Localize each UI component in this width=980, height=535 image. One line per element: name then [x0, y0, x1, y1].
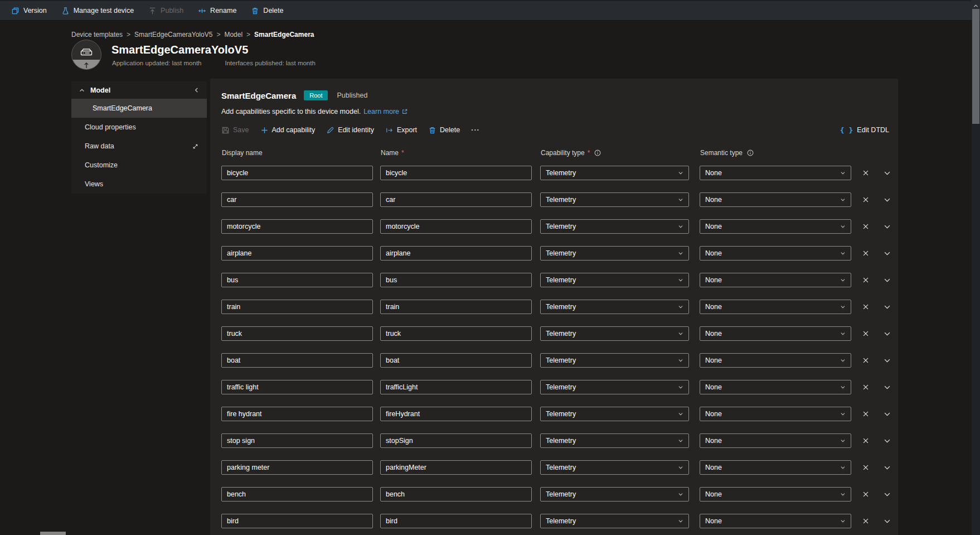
publish-button[interactable]: Publish — [148, 7, 183, 15]
capability-type-select[interactable]: Telemetry — [540, 166, 689, 180]
expand-capability-button[interactable] — [879, 219, 895, 234]
remove-capability-button[interactable] — [858, 513, 874, 529]
name-input[interactable] — [380, 166, 532, 180]
semantic-type-select[interactable]: None — [700, 166, 851, 180]
expand-capability-button[interactable] — [879, 486, 895, 502]
remove-capability-button[interactable] — [858, 353, 874, 368]
remove-capability-button[interactable] — [858, 272, 874, 288]
name-input[interactable] — [380, 326, 532, 341]
semantic-type-select[interactable]: None — [700, 514, 851, 528]
delete-device-template-button[interactable]: Delete — [251, 7, 283, 15]
export-button[interactable]: Export — [385, 126, 417, 134]
name-input[interactable] — [380, 433, 532, 448]
display-name-input[interactable] — [221, 460, 373, 475]
version-button[interactable]: Version — [11, 7, 47, 15]
display-name-input[interactable] — [221, 166, 373, 180]
edit-identity-button[interactable]: Edit identity — [326, 126, 374, 134]
expand-capability-button[interactable] — [879, 326, 895, 341]
add-capability-button[interactable]: Add capability — [260, 126, 316, 134]
expand-capability-button[interactable] — [879, 513, 895, 529]
expand-capability-button[interactable] — [879, 353, 895, 368]
capability-type-select[interactable]: Telemetry — [540, 487, 689, 502]
collapse-sidebar-button[interactable] — [193, 86, 200, 94]
capability-type-select[interactable]: Telemetry — [540, 460, 689, 475]
capability-type-select[interactable]: Telemetry — [540, 380, 689, 394]
delete-interface-button[interactable]: Delete — [428, 126, 460, 134]
capability-type-select[interactable]: Telemetry — [540, 514, 689, 528]
semantic-type-select[interactable]: None — [700, 300, 851, 314]
sidebar-item-customize[interactable]: Customize — [71, 156, 207, 175]
expand-capability-button[interactable] — [879, 165, 895, 181]
capability-type-select[interactable]: Telemetry — [540, 300, 689, 314]
display-name-input[interactable] — [221, 326, 373, 341]
sidebar-section-model[interactable]: Model — [71, 81, 207, 99]
save-button[interactable]: Save — [221, 126, 249, 134]
sidebar-item-smartedgecamera[interactable]: SmartEdgeCamera — [71, 99, 207, 118]
capability-type-select[interactable]: Telemetry — [540, 273, 689, 287]
horizontal-scrollbar-thumb[interactable] — [40, 532, 66, 535]
expand-capability-button[interactable] — [879, 245, 895, 261]
capability-type-select[interactable]: Telemetry — [540, 433, 689, 448]
display-name-input[interactable] — [221, 407, 373, 421]
vertical-scrollbar-thumb[interactable] — [972, 9, 979, 124]
name-input[interactable] — [380, 487, 532, 502]
display-name-input[interactable] — [221, 353, 373, 368]
remove-capability-button[interactable] — [858, 192, 874, 208]
display-name-input[interactable] — [221, 380, 373, 394]
name-input[interactable] — [380, 380, 532, 394]
expand-capability-button[interactable] — [879, 406, 895, 422]
capability-type-select[interactable]: Telemetry — [540, 407, 689, 421]
expand-capability-button[interactable] — [879, 272, 895, 288]
semantic-type-select[interactable]: None — [700, 192, 851, 207]
edit-dtdl-button[interactable]: { } Edit DTDL — [840, 126, 889, 134]
expand-capability-button[interactable] — [879, 433, 895, 449]
semantic-type-select[interactable]: None — [700, 433, 851, 448]
name-input[interactable] — [380, 219, 532, 234]
name-input[interactable] — [380, 300, 532, 314]
semantic-type-select[interactable]: None — [700, 460, 851, 475]
display-name-input[interactable] — [221, 273, 373, 287]
semantic-type-select[interactable]: None — [700, 407, 851, 421]
name-input[interactable] — [380, 460, 532, 475]
capability-type-select[interactable]: Telemetry — [540, 353, 689, 368]
info-icon[interactable] — [746, 149, 754, 157]
sidebar-item-views[interactable]: Views — [71, 175, 207, 194]
sidebar-item-raw-data[interactable]: Raw data — [71, 137, 207, 156]
name-input[interactable] — [380, 192, 532, 207]
remove-capability-button[interactable] — [858, 299, 874, 315]
expand-capability-button[interactable] — [879, 192, 895, 208]
semantic-type-select[interactable]: None — [700, 219, 851, 234]
semantic-type-select[interactable]: None — [700, 487, 851, 502]
display-name-input[interactable] — [221, 487, 373, 502]
breadcrumb-device-templates[interactable]: Device templates — [71, 31, 123, 38]
semantic-type-select[interactable]: None — [700, 273, 851, 287]
capability-type-select[interactable]: Telemetry — [540, 192, 689, 207]
learn-more-link[interactable]: Learn more — [363, 108, 408, 115]
capability-type-select[interactable]: Telemetry — [540, 219, 689, 234]
remove-capability-button[interactable] — [858, 406, 874, 422]
name-input[interactable] — [380, 273, 532, 287]
display-name-input[interactable] — [221, 300, 373, 314]
remove-capability-button[interactable] — [858, 165, 874, 181]
breadcrumb-template[interactable]: SmartEdgeCameraYoloV5 — [134, 31, 212, 38]
semantic-type-select[interactable]: None — [700, 246, 851, 261]
manage-test-device-button[interactable]: Manage test device — [61, 7, 134, 15]
name-input[interactable] — [380, 246, 532, 261]
name-input[interactable] — [380, 514, 532, 528]
remove-capability-button[interactable] — [858, 219, 874, 234]
expand-capability-button[interactable] — [879, 379, 895, 395]
rename-button[interactable]: Rename — [198, 7, 236, 15]
display-name-input[interactable] — [221, 219, 373, 234]
name-input[interactable] — [380, 353, 532, 368]
remove-capability-button[interactable] — [858, 326, 874, 341]
breadcrumb-model[interactable]: Model — [224, 31, 242, 38]
capability-type-select[interactable]: Telemetry — [540, 246, 689, 261]
remove-capability-button[interactable] — [858, 379, 874, 395]
expand-capability-button[interactable] — [879, 460, 895, 475]
capability-type-select[interactable]: Telemetry — [540, 326, 689, 341]
display-name-input[interactable] — [221, 246, 373, 261]
display-name-input[interactable] — [221, 192, 373, 207]
expand-capability-button[interactable] — [879, 299, 895, 315]
info-icon[interactable] — [594, 149, 601, 157]
semantic-type-select[interactable]: None — [700, 326, 851, 341]
